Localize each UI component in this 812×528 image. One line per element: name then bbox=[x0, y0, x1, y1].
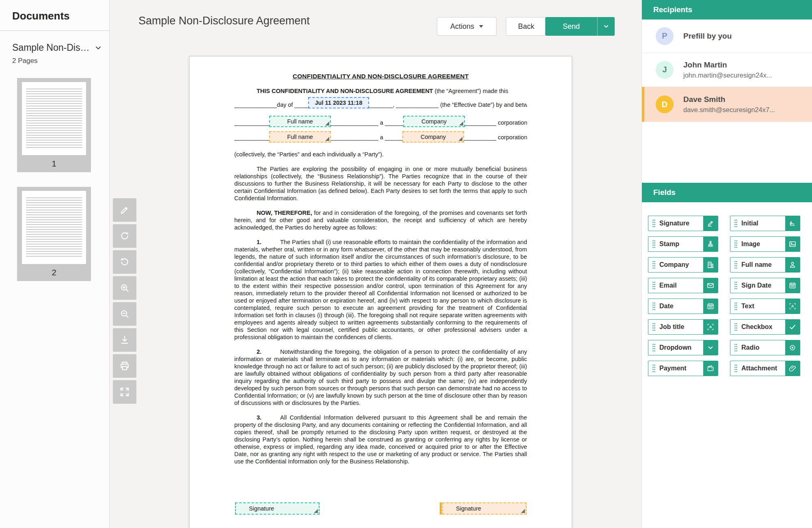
document-clause-2: 2.Notwithstanding the foregoing, the obl… bbox=[234, 348, 527, 407]
envelope-icon bbox=[703, 278, 718, 293]
undo-rotate-button[interactable] bbox=[113, 250, 136, 274]
document-clause-3: 3.All Confidential Information delivered… bbox=[234, 414, 527, 465]
prefill-date-field[interactable]: Jul 11 2023 11:18 bbox=[308, 97, 369, 108]
drag-handle-icon[interactable] bbox=[730, 343, 741, 353]
recipient-prefill[interactable]: P Prefill by you bbox=[642, 19, 812, 53]
field-chip-email[interactable]: Email bbox=[648, 278, 718, 293]
thumbnail-page-number: 1 bbox=[22, 155, 86, 172]
thumbnail-page-preview bbox=[22, 191, 86, 264]
document-name-dropdown[interactable]: Sample Non-Dis… bbox=[12, 42, 109, 53]
document-paragraph: NOW, THEREFORE, for and in consideration… bbox=[234, 209, 527, 231]
document-dayof-line: _____________day of ____________________… bbox=[234, 101, 527, 108]
field-chip-stamp[interactable]: Stamp bbox=[648, 236, 718, 252]
drag-handle-icon[interactable] bbox=[730, 301, 741, 311]
rotate-clockwise-button[interactable] bbox=[113, 224, 136, 248]
fullscreen-icon bbox=[119, 386, 130, 398]
field-chip-sign-date[interactable]: Sign Date bbox=[730, 278, 800, 293]
full-name-field-recipient1[interactable]: Full name bbox=[269, 116, 331, 127]
svg-text:A: A bbox=[791, 304, 794, 308]
chevron-down-icon bbox=[94, 44, 102, 52]
field-chip-label: Full name bbox=[741, 261, 785, 268]
field-chip-image[interactable]: Image bbox=[730, 236, 800, 252]
resize-handle-icon[interactable] bbox=[459, 121, 463, 126]
page-thumbnail-1[interactable]: 1 bbox=[17, 78, 91, 172]
company-field-recipient1[interactable]: Company bbox=[403, 116, 465, 127]
zoom-in-button[interactable] bbox=[113, 276, 136, 300]
field-chip-label: Payment bbox=[659, 365, 703, 372]
field-chip-attachment[interactable]: Attachment bbox=[730, 361, 800, 376]
zoom-out-button[interactable] bbox=[113, 302, 136, 326]
drag-handle-icon[interactable] bbox=[730, 219, 741, 228]
fullscreen-button[interactable] bbox=[113, 380, 136, 404]
back-button[interactable]: Back bbox=[506, 17, 546, 36]
field-chip-label: Initial bbox=[741, 220, 785, 227]
field-chip-text[interactable]: Text A bbox=[730, 299, 800, 314]
recipient-john-martin[interactable]: J John Martin john.martin@securesign24x.… bbox=[642, 53, 812, 87]
drag-handle-icon[interactable] bbox=[730, 260, 741, 270]
document-summary: Sample Non-Dis… 2 Pages bbox=[0, 31, 109, 65]
field-label: Full name bbox=[287, 134, 313, 140]
send-options-button[interactable] bbox=[598, 17, 615, 36]
drag-handle-icon[interactable] bbox=[730, 281, 741, 290]
send-split-button: Send bbox=[545, 17, 615, 36]
drag-handle-icon[interactable] bbox=[648, 281, 659, 290]
field-chip-full-name[interactable]: Full name bbox=[730, 257, 800, 273]
document-clause-1: 1.The Parties shall (i) use reasonable e… bbox=[234, 238, 527, 341]
field-chip-company[interactable]: Company bbox=[648, 257, 718, 273]
initial-scribble-icon bbox=[785, 216, 800, 231]
thumbnail-page-preview bbox=[22, 82, 86, 155]
send-button[interactable]: Send bbox=[545, 17, 598, 36]
signature-field-recipient2[interactable]: Signature bbox=[442, 502, 527, 515]
image-icon bbox=[785, 237, 800, 251]
resize-handle-icon[interactable] bbox=[521, 509, 525, 513]
signature-pen-icon bbox=[703, 216, 718, 231]
drag-handle-icon[interactable] bbox=[648, 301, 659, 311]
field-chip-checkbox[interactable]: Checkbox bbox=[730, 319, 800, 335]
edit-pencil-button[interactable] bbox=[113, 198, 136, 222]
resize-handle-icon[interactable] bbox=[314, 509, 318, 513]
drag-handle-icon[interactable] bbox=[648, 219, 659, 228]
field-chip-label: Stamp bbox=[659, 240, 703, 248]
field-chip-label: Text bbox=[741, 303, 785, 310]
resize-handle-icon[interactable] bbox=[325, 137, 329, 141]
field-chip-label: Radio bbox=[741, 344, 785, 351]
actions-button[interactable]: Actions bbox=[437, 17, 497, 36]
rotate-clockwise-icon bbox=[119, 230, 130, 242]
caret-down-icon bbox=[479, 25, 483, 28]
resize-handle-icon[interactable] bbox=[325, 121, 329, 126]
resize-handle-icon[interactable] bbox=[458, 137, 462, 141]
chevron-down-icon bbox=[603, 23, 609, 30]
drag-handle-icon[interactable] bbox=[648, 343, 659, 353]
field-chip-initial[interactable]: Initial bbox=[730, 216, 800, 231]
avatar: J bbox=[656, 61, 674, 79]
document-collectively-line: (collectively, the “Parties” and each in… bbox=[234, 151, 527, 158]
field-chip-dropdown[interactable]: Dropdown bbox=[648, 340, 718, 355]
recipient-name: Dave Smith bbox=[683, 95, 775, 104]
field-chip-date[interactable]: Date bbox=[648, 299, 718, 314]
field-chip-radio[interactable]: Radio bbox=[730, 340, 800, 355]
company-field-recipient2[interactable]: Company bbox=[402, 131, 464, 143]
wallet-icon bbox=[703, 361, 718, 376]
field-chip-payment[interactable]: Payment bbox=[648, 361, 718, 376]
drag-handle-icon[interactable] bbox=[730, 364, 741, 373]
document-name: Sample Non-Dis… bbox=[12, 42, 89, 53]
drag-handle-icon[interactable] bbox=[648, 260, 659, 270]
signature-field-recipient1[interactable]: Signature bbox=[235, 502, 320, 515]
page-thumbnail-2[interactable]: 2 bbox=[17, 187, 91, 281]
drag-handle-icon[interactable] bbox=[730, 239, 741, 249]
field-chip-job-title[interactable]: Job title A bbox=[648, 319, 718, 335]
recipient-email: john.martin@securesign24x... bbox=[683, 71, 772, 79]
text-a-icon: A bbox=[785, 299, 800, 314]
drag-handle-icon[interactable] bbox=[648, 322, 659, 332]
print-button[interactable] bbox=[113, 354, 136, 378]
recipient-dave-smith-selected[interactable]: D Dave Smith dave.smith@securesign24x7..… bbox=[642, 87, 812, 122]
drag-handle-icon[interactable] bbox=[648, 239, 659, 249]
field-chip-signature[interactable]: Signature bbox=[648, 216, 718, 231]
download-button[interactable] bbox=[113, 328, 136, 352]
field-chip-label: Job title bbox=[659, 323, 703, 331]
drag-handle-icon[interactable] bbox=[648, 364, 659, 373]
documents-sidebar: Documents Sample Non-Dis… 2 Pages 1 2 bbox=[0, 0, 110, 528]
full-name-field-recipient2[interactable]: Full name bbox=[269, 131, 331, 143]
send-button-label: Send bbox=[563, 22, 580, 31]
drag-handle-icon[interactable] bbox=[730, 322, 741, 332]
